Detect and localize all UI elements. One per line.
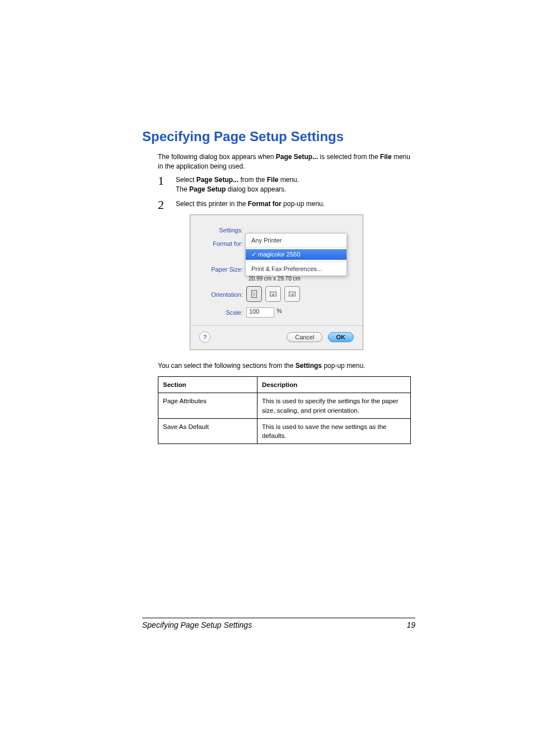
step-text: from the [238, 176, 267, 184]
format-for-menu-open: Any Printer magicolor 2550 Print & Fax P… [245, 233, 347, 276]
cell-description: This is used to specify the settings for… [257, 393, 411, 418]
step-sub: The [176, 185, 189, 193]
after-dialog-paragraph: You can select the following sections fr… [158, 361, 411, 371]
portrait-icon: i [250, 290, 258, 298]
paper-size-label: Paper Size: [199, 264, 246, 273]
page-title: Specifying Page Setup Settings [142, 129, 411, 144]
step-text: pop-up menu. [282, 200, 325, 208]
step-sub-bold: Page Setup [189, 185, 226, 193]
format-for-label: Format for: [199, 239, 246, 247]
after-bold: Settings [296, 362, 322, 370]
sections-table: Section Description Page Attributes This… [158, 376, 411, 444]
menu-separator [246, 262, 346, 262]
landscape-right-icon: ◂ [288, 290, 296, 298]
ok-button[interactable]: OK [328, 332, 354, 342]
col-section-header: Section [158, 377, 257, 393]
orientation-portrait-button[interactable]: i [246, 286, 262, 302]
svg-text:◂: ◂ [292, 292, 293, 296]
page-footer: Specifying Page Setup Settings 19 [142, 618, 415, 629]
cell-description: This is used to save the new settings as… [257, 418, 411, 444]
step-1: 1 Select Page Setup... from the File men… [158, 175, 411, 195]
format-option-any-printer[interactable]: Any Printer [246, 235, 346, 245]
cell-section: Save As Default [158, 418, 257, 444]
step-sub: dialog box appears. [226, 185, 286, 193]
after-text: You can select the following sections fr… [158, 362, 296, 370]
orientation-landscape-right-button[interactable]: ◂ [284, 286, 300, 302]
step-bold: File [267, 176, 279, 184]
after-text-after: pop-up menu. [322, 362, 365, 370]
intro-text-mid: is selected from the [318, 153, 380, 161]
page-setup-dialog: Settings: Page Attributes Any Printer ma… [190, 214, 363, 350]
table-header-row: Section Description [158, 377, 411, 393]
footer-page-number: 19 [406, 620, 415, 629]
svg-text:i: i [254, 292, 255, 297]
help-button[interactable]: ? [199, 332, 210, 343]
settings-label: Settings: [199, 225, 246, 234]
intro-paragraph: The following dialog box appears when Pa… [158, 152, 411, 172]
intro-text: The following dialog box appears when [158, 153, 276, 161]
cell-section: Page Attributes [158, 393, 257, 418]
format-option-magicolor-2550[interactable]: magicolor 2550 [246, 249, 346, 260]
footer-title: Specifying Page Setup Settings [142, 620, 252, 629]
step-2: 2 Select this printer in the Format for … [158, 199, 411, 209]
intro-bold-1: Page Setup... [276, 153, 318, 161]
page-setup-dialog-wrap: Settings: Page Attributes Any Printer ma… [142, 214, 411, 350]
intro-bold-2: File [380, 153, 392, 161]
landscape-left-icon: ▸ [269, 290, 277, 298]
scale-input[interactable]: 100 [246, 307, 274, 318]
step-text: Select this printer in the [176, 200, 248, 208]
step-text: Select [176, 176, 196, 184]
step-text: menu. [278, 176, 299, 184]
scale-percent-label: % [277, 307, 282, 314]
orientation-label: Orientation: [199, 290, 246, 298]
orientation-landscape-left-button[interactable]: ▸ [265, 286, 281, 302]
step-number: 1 [158, 172, 164, 190]
menu-separator [246, 247, 346, 248]
col-description-header: Description [257, 377, 411, 393]
steps-list: 1 Select Page Setup... from the File men… [158, 175, 411, 209]
dialog-separator [190, 325, 363, 326]
svg-text:▸: ▸ [273, 292, 274, 296]
table-row: Save As Default This is used to save the… [158, 418, 411, 444]
cancel-button[interactable]: Cancel [287, 332, 322, 342]
format-option-preferences[interactable]: Print & Fax Preferences... [246, 264, 346, 274]
step-bold: Format for [248, 200, 282, 208]
step-bold: Page Setup... [196, 176, 238, 184]
scale-label: Scale: [199, 307, 246, 316]
table-row: Page Attributes This is used to specify … [158, 393, 411, 418]
paper-dimensions: 20.99 cm x 29.70 cm [249, 276, 354, 282]
step-number: 2 [158, 196, 164, 214]
